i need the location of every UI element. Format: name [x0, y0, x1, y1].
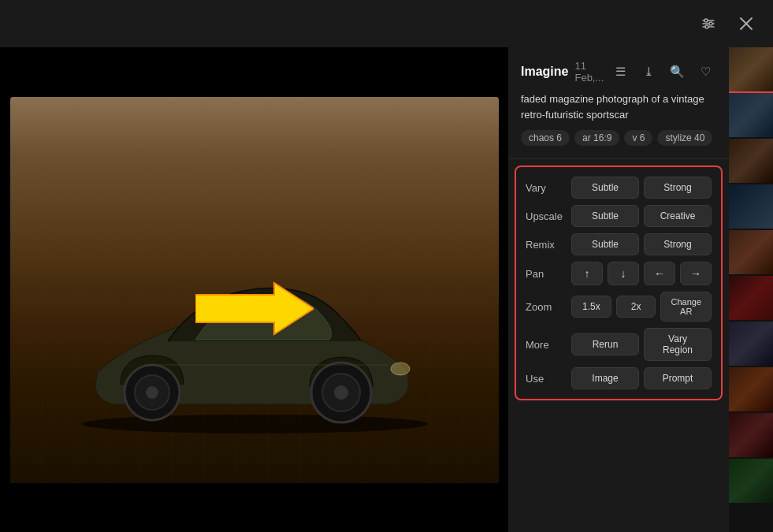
use-label: Use — [526, 373, 567, 385]
thumbnail-3[interactable] — [729, 139, 773, 183]
close-button[interactable] — [732, 9, 760, 38]
thumbnail-9[interactable] — [729, 413, 773, 457]
svg-point-5 — [705, 25, 708, 28]
pan-left-button[interactable]: ← — [644, 262, 675, 285]
thumbnail-6[interactable] — [729, 276, 773, 320]
image-area — [0, 47, 508, 532]
filter-icon[interactable] — [694, 9, 723, 38]
vary-label: Vary — [526, 182, 567, 194]
main-image — [10, 97, 499, 483]
remix-label: Remix — [526, 239, 567, 251]
svg-point-14 — [334, 385, 348, 400]
zoom-label: Zoom — [526, 301, 567, 313]
pan-down-button[interactable]: ↓ — [608, 262, 639, 285]
remix-subtle-button[interactable]: Subtle — [571, 233, 639, 255]
thumbnail-8[interactable] — [729, 367, 773, 411]
thumbnail-1[interactable] — [729, 47, 773, 91]
upscale-creative-button[interactable]: Creative — [644, 205, 712, 227]
info-icons: ☰ ⤓ 🔍 ♡ — [609, 61, 716, 83]
use-prompt-button[interactable]: Prompt — [644, 367, 712, 389]
info-header: Imagine 11 Feb,... ☰ ⤓ 🔍 ♡ — [521, 60, 716, 84]
tag-stylize: stylize 40 — [657, 130, 712, 146]
thumbnail-2[interactable] — [729, 93, 773, 137]
pan-right-button[interactable]: → — [680, 262, 712, 285]
pan-row: Pan ↑ ↓ ← → — [526, 262, 712, 285]
top-bar — [0, 0, 773, 47]
tag-v: v 6 — [624, 130, 652, 146]
more-row: More Rerun Vary Region — [526, 328, 712, 361]
directional-arrow — [195, 279, 314, 341]
thumbnail-10[interactable] — [729, 459, 773, 503]
more-label: More — [526, 339, 567, 351]
download-icon[interactable]: ⤓ — [637, 61, 660, 83]
use-row: Use Image Prompt — [526, 367, 712, 389]
vary-row: Vary Subtle Strong — [526, 177, 712, 199]
svg-marker-17 — [195, 283, 314, 334]
svg-point-15 — [391, 363, 410, 375]
zoom-change-ar-button[interactable]: Change AR — [660, 292, 712, 322]
pan-label: Pan — [526, 268, 567, 280]
date-label: 11 Feb,... — [574, 60, 609, 84]
remix-row: Remix Subtle Strong — [526, 233, 712, 255]
svg-point-4 — [709, 22, 712, 25]
action-panel: Vary Subtle Strong Upscale Subtle Creati… — [515, 166, 723, 400]
thumbnail-4[interactable] — [729, 184, 773, 229]
remix-strong-button[interactable]: Strong — [644, 233, 712, 255]
info-section: Imagine 11 Feb,... ☰ ⤓ 🔍 ♡ faded magazin… — [508, 47, 729, 159]
right-panel: Imagine 11 Feb,... ☰ ⤓ 🔍 ♡ faded magazin… — [508, 47, 729, 532]
svg-point-11 — [146, 386, 158, 399]
tag-chaos: chaos 6 — [521, 130, 570, 146]
main-content: Imagine 11 Feb,... ☰ ⤓ 🔍 ♡ faded magazin… — [0, 47, 773, 532]
menu-icon[interactable]: ☰ — [609, 61, 631, 83]
zoom-1x5-button[interactable]: 1.5x — [571, 296, 611, 318]
zoom-row: Zoom 1.5x 2x Change AR — [526, 292, 712, 322]
thumbnail-strip — [729, 47, 773, 532]
vary-region-button[interactable]: Vary Region — [644, 328, 712, 361]
use-image-button[interactable]: Image — [571, 367, 639, 389]
source-label: Imagine — [521, 65, 568, 79]
thumbnail-7[interactable] — [729, 322, 773, 366]
upscale-label: Upscale — [526, 210, 567, 222]
vary-subtle-button[interactable]: Subtle — [571, 177, 639, 199]
upscale-row: Upscale Subtle Creative — [526, 205, 712, 227]
thumbnail-5[interactable] — [729, 230, 773, 274]
tag-ar: ar 16:9 — [574, 130, 619, 146]
svg-point-8 — [81, 415, 428, 433]
upscale-subtle-button[interactable]: Subtle — [571, 205, 639, 227]
vary-strong-button[interactable]: Strong — [644, 177, 712, 199]
pan-up-button[interactable]: ↑ — [571, 262, 603, 285]
heart-icon[interactable]: ♡ — [694, 61, 716, 83]
search-icon[interactable]: 🔍 — [666, 61, 688, 83]
zoom-2x-button[interactable]: 2x — [616, 296, 656, 318]
prompt-text: faded magazine photograph of a vintage r… — [521, 91, 716, 122]
rerun-button[interactable]: Rerun — [571, 333, 639, 355]
svg-point-3 — [704, 19, 708, 22]
tags-container: chaos 6 ar 16:9 v 6 stylize 40 — [521, 130, 716, 146]
